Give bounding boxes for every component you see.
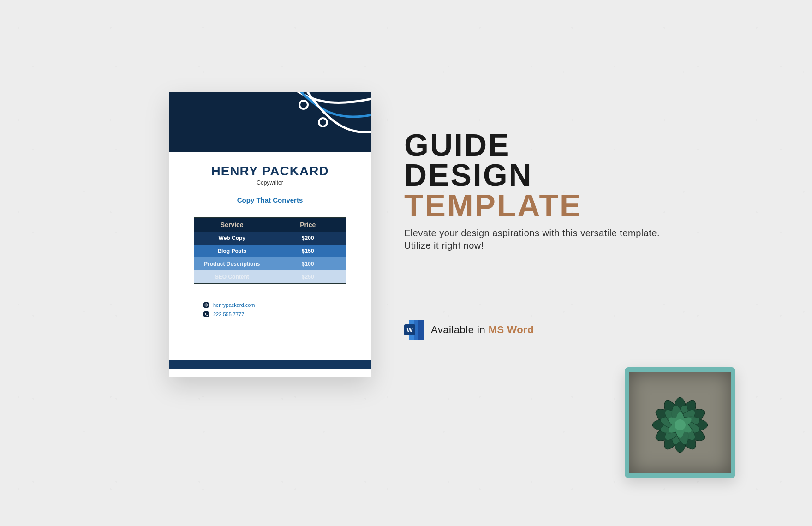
svg-point-1 — [319, 118, 327, 126]
promo-line-3: TEMPLATE — [404, 188, 582, 223]
document-footer-bar — [169, 360, 371, 369]
divider — [194, 293, 346, 293]
cell-service: Product Descriptions — [194, 257, 270, 270]
table-row: Blog Posts $150 — [194, 245, 346, 257]
cell-price: $250 — [270, 270, 346, 283]
availability-text: Available in MS Word — [431, 324, 534, 336]
col-header-service: Service — [194, 218, 270, 232]
table-row: Web Copy $200 — [194, 232, 346, 245]
divider — [194, 209, 346, 209]
tagline: Copy That Converts — [187, 196, 352, 204]
phone-text: 222 555 7777 — [213, 311, 244, 317]
table-row: SEO Content $250 — [194, 270, 346, 283]
availability-prefix: Available in — [431, 324, 489, 335]
availability-row: W Available in MS Word — [404, 320, 534, 340]
ms-word-icon: W — [404, 320, 424, 340]
svg-point-0 — [299, 101, 308, 109]
contact-website: henrypackard.com — [203, 302, 352, 308]
table-header-row: Service Price — [194, 218, 346, 232]
document-banner — [169, 92, 371, 152]
contact-block: henrypackard.com 222 555 7777 — [203, 302, 352, 317]
availability-product: MS Word — [489, 324, 534, 335]
promo-block: GUIDE DESIGN TEMPLATE Elevate your desig… — [404, 130, 663, 252]
globe-icon — [203, 302, 209, 308]
col-header-price: Price — [270, 218, 346, 232]
promo-description: Elevate your design aspirations with thi… — [404, 227, 663, 252]
circuit-lines-graphic — [263, 92, 371, 152]
website-text: henrypackard.com — [213, 302, 255, 308]
cell-service: Blog Posts — [194, 245, 270, 257]
succulent-plant-decoration — [625, 367, 735, 478]
promo-heading: GUIDE DESIGN TEMPLATE — [404, 130, 663, 221]
cell-price: $150 — [270, 245, 346, 257]
document-preview: HENRY PACKARD Copywriter Copy That Conve… — [169, 92, 371, 377]
author-role: Copywriter — [187, 179, 352, 186]
cell-service: Web Copy — [194, 232, 270, 245]
phone-icon — [203, 311, 209, 317]
word-badge-letter: W — [404, 324, 415, 335]
svg-point-18 — [675, 419, 686, 430]
pricing-table: Service Price Web Copy $200 Blog Posts $… — [194, 217, 346, 284]
author-name: HENRY PACKARD — [187, 164, 352, 179]
cell-price: $200 — [270, 232, 346, 245]
cell-service: SEO Content — [194, 270, 270, 283]
contact-phone: 222 555 7777 — [203, 311, 352, 317]
cell-price: $100 — [270, 257, 346, 270]
table-row: Product Descriptions $100 — [194, 257, 346, 270]
